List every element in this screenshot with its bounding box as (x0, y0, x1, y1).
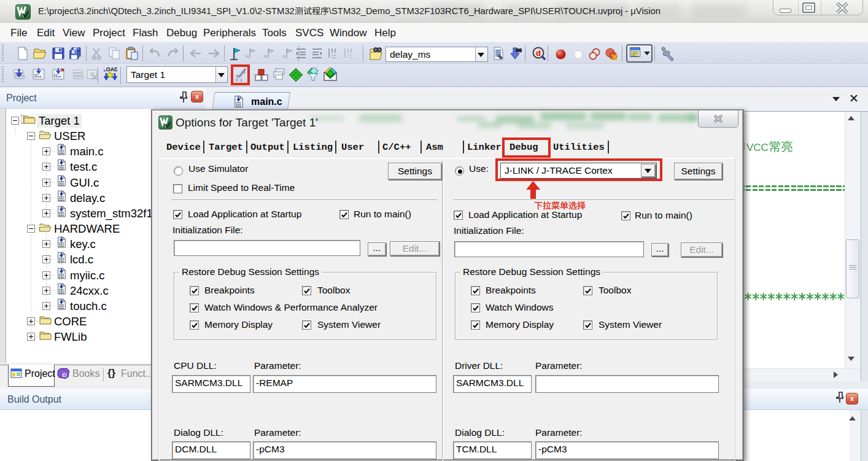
svg-text:d: d (536, 48, 541, 58)
svg-text:LOAD: LOAD (104, 66, 117, 72)
svg-text:?: ? (63, 373, 66, 379)
